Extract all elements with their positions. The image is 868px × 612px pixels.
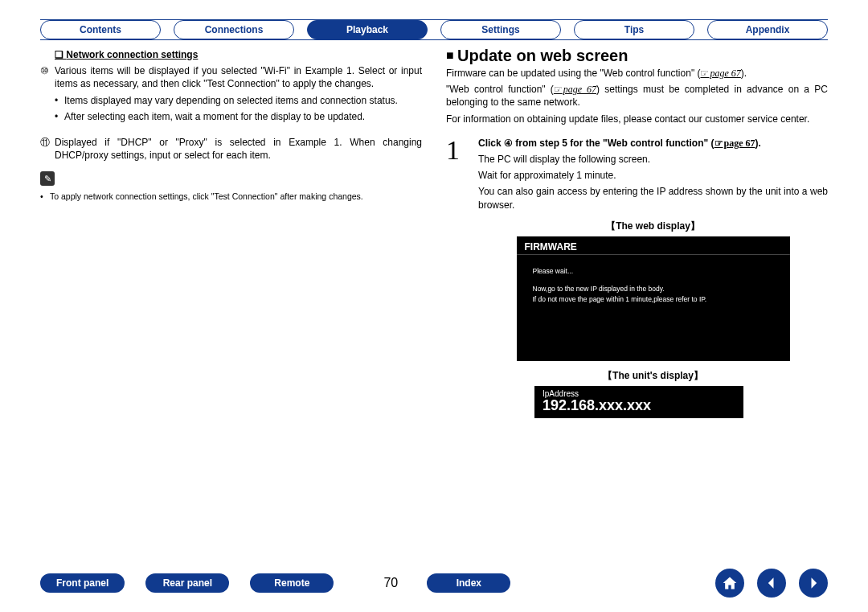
home-icon[interactable] bbox=[715, 569, 744, 598]
web-line-1: Please wait... bbox=[533, 266, 774, 277]
pageref-67c[interactable]: page 67 bbox=[714, 138, 755, 149]
item-10: ⑩ Various items will be displayed if you… bbox=[40, 64, 422, 90]
note-icon: ✎ bbox=[40, 171, 55, 186]
tab-contents[interactable]: Contents bbox=[40, 20, 161, 39]
tab-tips[interactable]: Tips bbox=[574, 20, 694, 39]
pageref-67a[interactable]: page 67 bbox=[700, 68, 740, 79]
step-1-line3: You can also gain access by entering the… bbox=[478, 185, 828, 211]
left-column: Network connection settings ⑩ Various it… bbox=[40, 47, 422, 418]
prev-icon[interactable] bbox=[757, 569, 786, 598]
marker-10: ⑩ bbox=[40, 64, 55, 90]
bullet-2: • After selecting each item, wait a mome… bbox=[55, 110, 422, 123]
web-line-3: If do not move the page within 1 minute,… bbox=[533, 294, 774, 305]
unit-display-caption: 【The unit's display】 bbox=[478, 369, 828, 383]
bullet-dot: • bbox=[55, 94, 64, 107]
bullet-1: • Items displayed may vary depending on … bbox=[55, 94, 422, 107]
para-3: For information on obtaining update file… bbox=[446, 113, 828, 125]
index-button[interactable]: Index bbox=[427, 573, 510, 593]
tab-settings[interactable]: Settings bbox=[440, 20, 561, 39]
step-1-title: Click ④ from step 5 for the "Web control… bbox=[478, 137, 828, 150]
rear-panel-button[interactable]: Rear panel bbox=[145, 573, 229, 593]
unit-display: IpAddress 192.168.xxx.xxx bbox=[534, 386, 743, 419]
web-display: FIRMWARE Please wait... Now,go to the ne… bbox=[517, 236, 790, 361]
unit-display-ip: 192.168.xxx.xxx bbox=[542, 398, 735, 414]
bullet-1-text: Items displayed may vary depending on se… bbox=[64, 94, 398, 107]
step-1-line1: The PC will display the following screen… bbox=[478, 153, 828, 166]
heading-text: Network connection settings bbox=[55, 49, 198, 60]
section-heading-network[interactable]: Network connection settings bbox=[55, 48, 422, 61]
marker-11: ⑪ bbox=[40, 136, 55, 162]
front-panel-button[interactable]: Front panel bbox=[40, 573, 125, 593]
web-display-caption: 【The web display】 bbox=[478, 220, 828, 233]
remote-button[interactable]: Remote bbox=[250, 573, 334, 593]
para-2: "Web control function" (page 67) setting… bbox=[446, 83, 828, 109]
page-number: 70 bbox=[383, 576, 398, 589]
web-line-2: Now,go to the new IP displayed in the bo… bbox=[533, 284, 774, 294]
tab-playback[interactable]: Playback bbox=[307, 20, 428, 39]
note: • To apply network connection settings, … bbox=[40, 191, 422, 202]
next-icon[interactable] bbox=[799, 569, 828, 598]
top-tabs: Contents Connections Playback Settings T… bbox=[40, 18, 828, 42]
para-1: Firmware can be updated using the "Web c… bbox=[446, 67, 828, 80]
tab-connections[interactable]: Connections bbox=[174, 20, 294, 39]
tab-appendix[interactable]: Appendix bbox=[707, 20, 828, 39]
bottom-bar: Front panel Rear panel Remote 70 Index bbox=[40, 569, 828, 598]
bullet-2-text: After selecting each item, wait a moment… bbox=[64, 110, 365, 123]
note-text: To apply network connection settings, cl… bbox=[50, 191, 363, 202]
step-1-line2: Wait for approximately 1 minute. bbox=[478, 169, 828, 182]
web-display-header: FIRMWARE bbox=[517, 236, 790, 255]
step-1-number: 1 bbox=[446, 135, 478, 419]
step-1: 1 Click ④ from step 5 for the "Web contr… bbox=[446, 135, 828, 419]
bullet-dot: • bbox=[40, 191, 50, 202]
item-10-text: Various items will be displayed if you s… bbox=[55, 64, 422, 90]
item-11: ⑪ Displayed if "DHCP" or "Proxy" is sele… bbox=[40, 136, 422, 162]
pageref-67b[interactable]: page 67 bbox=[554, 84, 596, 95]
heading-update: Update on web screen bbox=[446, 47, 828, 65]
right-column: Update on web screen Firmware can be upd… bbox=[446, 47, 828, 418]
item-11-text: Displayed if "DHCP" or "Proxy" is select… bbox=[55, 136, 422, 162]
bullet-dot: • bbox=[55, 110, 64, 123]
